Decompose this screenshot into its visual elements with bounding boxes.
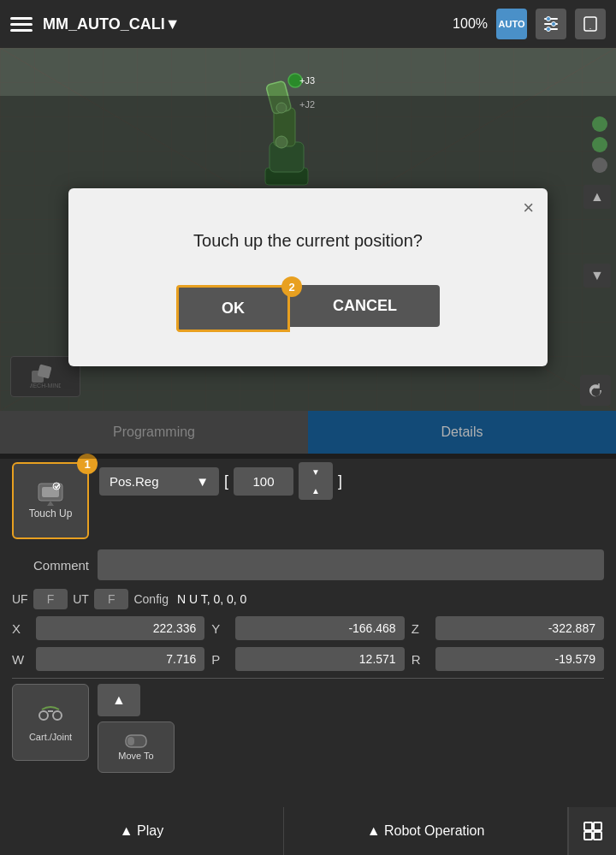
svg-point-3 (547, 17, 551, 21)
pos-reg-row: Pos.Reg ▼ [ ▼ ▲ ] (99, 462, 604, 500)
svg-point-26 (39, 711, 48, 720)
scroll-up-big-button[interactable]: ▲ (98, 684, 140, 716)
modal-message: Touch up the current position? (103, 231, 513, 251)
config-value: N U T, 0, 0, 0 (177, 592, 246, 606)
app-title: MM_AUTO_CALI▼ (43, 15, 442, 33)
auto-mode-label: AUTO (499, 19, 525, 29)
separator (12, 678, 604, 679)
move-to-label: Move To (118, 751, 153, 761)
w-label: W (12, 652, 29, 667)
top-bar: MM_AUTO_CALI▼ 100% AUTO (0, 0, 616, 48)
arrow-down-button[interactable]: ▼ (299, 462, 333, 481)
z-label: Z (412, 621, 429, 636)
bracket-open: [ (224, 472, 228, 490)
layout-icon (583, 821, 603, 841)
top-right-controls: 100% AUTO (453, 9, 606, 39)
uf-ut-row: UF F UT F Config N U T, 0, 0, 0 (12, 589, 604, 609)
pos-reg-select[interactable]: Pos.Reg ▼ (99, 467, 219, 496)
move-to-icon (124, 733, 148, 749)
bracket-close: ] (338, 472, 342, 490)
arrow-btn-group: ▼ ▲ (299, 462, 333, 500)
p-label: P (211, 652, 228, 667)
config-label: Config (133, 592, 168, 606)
comment-label: Comment (12, 558, 89, 573)
svg-point-4 (552, 22, 556, 27)
scroll-arrows: ▲ (98, 684, 175, 716)
layout-button[interactable] (568, 807, 616, 855)
settings-button[interactable] (536, 9, 566, 39)
svg-rect-30 (127, 737, 134, 745)
modal-close-button[interactable]: × (523, 199, 534, 217)
move-to-button[interactable]: Move To (98, 721, 175, 773)
details-content: 1 Touch Up Pos (0, 454, 616, 855)
xyz-row: X 222.336 Y -166.468 Z -322.887 (12, 616, 604, 640)
svg-rect-6 (584, 17, 596, 31)
robot-canvas: +J3 +J2 ▲ ▼ MECH- (0, 48, 616, 411)
uf-label: UF (12, 592, 28, 606)
w-value: 7.716 (36, 647, 204, 671)
svg-text:+J3: +J3 (299, 75, 315, 86)
tablet-button[interactable] (575, 9, 606, 39)
touch-up-wrapper: 1 Touch Up (12, 462, 89, 539)
main-content: +J3 +J2 ▲ ▼ MECH- (0, 48, 616, 855)
touch-up-button[interactable]: Touch Up (12, 462, 89, 539)
move-to-section: ▲ Move To (98, 684, 175, 773)
svg-point-27 (53, 711, 62, 720)
comment-row: Comment (12, 549, 604, 580)
modal-ok-button[interactable]: OK (176, 285, 290, 332)
bottom-nav: ▲ Play ▲ Robot Operation (0, 807, 616, 855)
cart-joint-label: Cart./Joint (29, 732, 72, 742)
uf-value: F (33, 589, 68, 609)
zoom-percent: 100% (453, 16, 488, 32)
svg-rect-33 (584, 832, 592, 840)
bottom-section: Programming Details 1 (0, 411, 616, 855)
r-value: -19.579 (435, 647, 604, 671)
ut-label: UT (73, 592, 89, 606)
modal-cancel-wrapper: 2 CANCEL (290, 285, 440, 332)
reg-value-input[interactable] (234, 467, 293, 496)
menu-button[interactable] (10, 17, 33, 32)
touch-up-section: 1 Touch Up Pos (12, 462, 604, 539)
x-label: X (12, 621, 29, 636)
svg-rect-31 (584, 822, 592, 830)
y-value: -166.468 (235, 616, 404, 640)
wpr-row: W 7.716 P 12.571 R -19.579 (12, 647, 604, 671)
cart-joint-button[interactable]: Cart./Joint (12, 684, 89, 761)
arrow-up-button[interactable]: ▲ (299, 481, 333, 500)
svg-rect-32 (594, 822, 601, 830)
ut-value: F (94, 589, 129, 609)
modal-buttons: OK 2 CANCEL (103, 285, 513, 332)
robot-operation-button[interactable]: ▲ Robot Operation (284, 807, 568, 855)
touch-up-button-label: Touch Up (29, 508, 73, 520)
pos-reg-dropdown-icon: ▼ (196, 474, 209, 489)
modal-cancel-badge: 2 (281, 276, 302, 297)
y-label: Y (211, 621, 228, 636)
comment-input[interactable] (98, 549, 604, 580)
modal-dialog: × Touch up the current position? OK 2 CA… (68, 188, 548, 366)
touch-up-icon (35, 482, 66, 508)
modal-cancel-button[interactable]: CANCEL (290, 285, 440, 327)
pos-reg-label: Pos.Reg (110, 474, 159, 489)
action-buttons-row: Cart./Joint ▲ Move To (12, 684, 604, 773)
z-value: -322.887 (435, 616, 604, 640)
svg-point-5 (547, 27, 551, 32)
auto-mode-button[interactable]: AUTO (496, 9, 527, 39)
r-label: R (412, 652, 429, 667)
x-value: 222.336 (36, 616, 204, 640)
cart-joint-icon (35, 703, 66, 728)
svg-rect-34 (594, 832, 601, 840)
modal-overlay: × Touch up the current position? OK 2 CA… (0, 96, 616, 459)
play-button[interactable]: ▲ Play (0, 807, 284, 855)
p-value: 12.571 (235, 647, 404, 671)
